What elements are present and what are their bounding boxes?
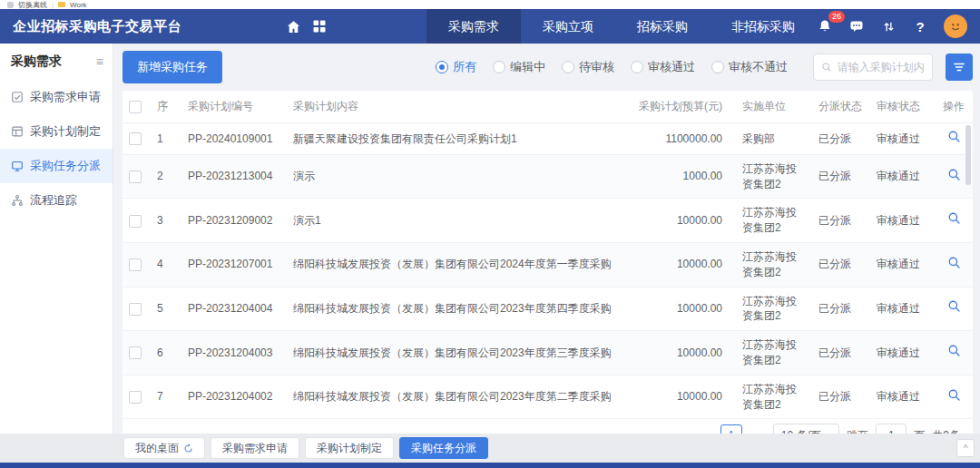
app-header: 企业招标采购电子交易平台 采购需求 采购立项 招标采购 非招标采购 26 (0, 9, 980, 44)
view-detail-icon[interactable] (947, 256, 961, 269)
col-header-code: 采购计划编号 (179, 91, 284, 123)
view-detail-icon[interactable] (947, 299, 961, 313)
user-avatar[interactable] (944, 15, 967, 38)
table-row[interactable]: 1 PP-20240109001 新疆天聚建设投资集团有限责任公司采购计划1 1… (122, 123, 973, 155)
nav-tab-bidding-procurement[interactable]: 招标采购 (615, 9, 710, 44)
plan-table: 序 采购计划编号 采购计划内容 采购计划预算(元) 实施单位 分派状态 审核状态… (122, 91, 973, 419)
notification-bell-icon[interactable]: 26 (817, 18, 833, 34)
table-row[interactable]: 5 PP-20231204004 绵阳科技城发展投资（发展）集团有限公司2023… (122, 287, 973, 331)
table-row[interactable]: 6 PP-20231204003 绵阳科技城发展投资（发展）集团有限公司2023… (122, 331, 973, 375)
cell-audit-status: 审核通过 (867, 375, 935, 419)
cell-index: 1 (148, 123, 179, 155)
bookmark-folder[interactable]: Work (70, 1, 87, 9)
cell-unit: 采购部 (733, 123, 809, 155)
table-row[interactable]: 7 PP-20231204002 绵阳科技城发展投资（发展）集团有限公司2023… (122, 375, 973, 419)
cell-dispatch-status: 已分派 (809, 287, 867, 331)
bottom-tab-task-dispatch[interactable]: 采购任务分派 (399, 437, 488, 459)
bottom-tab-my-desktop[interactable]: 我的桌面 (123, 437, 205, 459)
radio-icon (436, 61, 448, 73)
table-scrollbar[interactable] (965, 125, 971, 185)
bottom-edge-strip (0, 463, 980, 468)
jump-page-input[interactable] (876, 424, 906, 434)
add-task-button[interactable]: 新增采购任务 (122, 51, 222, 83)
table-row[interactable]: 3 PP-20231209002 演示1 10000.00 江苏苏海投资集团2 … (122, 199, 973, 243)
col-header-unit: 实施单位 (733, 91, 809, 123)
flow-icon (11, 194, 24, 207)
page-size-select[interactable]: 10 条/页 ▾ (773, 424, 840, 434)
message-icon[interactable] (848, 18, 865, 34)
cell-plan-content: 新疆天聚建设投资集团有限责任公司采购计划1 (284, 123, 626, 155)
sidebar-collapse-icon[interactable]: ≡ (96, 54, 103, 69)
pagination: ‹ 1 › 10 条/页 ▾ 跳至 页 共9条 (122, 419, 973, 434)
next-page-button[interactable]: › (750, 428, 766, 434)
cell-unit: 江苏苏海投资集团2 (733, 199, 809, 243)
main-nav: 采购需求 采购立项 招标采购 非招标采购 (426, 9, 817, 44)
cell-plan-content: 绵阳科技城发展投资（发展）集团有限公司2023年度第三季度采购 (284, 331, 626, 375)
help-icon[interactable]: ? (912, 18, 928, 34)
extension-icon[interactable] (7, 2, 14, 8)
row-checkbox[interactable] (129, 171, 142, 183)
view-detail-icon[interactable] (947, 130, 961, 143)
filter-lines-icon (953, 61, 965, 73)
cell-budget: 10000.00 (626, 287, 733, 331)
row-checkbox[interactable] (129, 258, 142, 271)
radio-icon (493, 61, 505, 73)
row-checkbox[interactable] (129, 391, 142, 404)
col-header-audit: 审核状态 (867, 91, 935, 123)
sidebar-item-plan-making[interactable]: 采购计划制定 (0, 114, 113, 149)
cell-dispatch-status: 已分派 (809, 242, 867, 287)
table-body: 1 PP-20240109001 新疆天聚建设投资集团有限责任公司采购计划1 1… (122, 123, 973, 419)
bookmark-item[interactable]: 切换离线 (18, 0, 47, 9)
advanced-search-button[interactable] (946, 54, 973, 81)
table-card: 序 采购计划编号 采购计划内容 采购计划预算(元) 实施单位 分派状态 审核状态… (122, 91, 973, 434)
filter-radio-editing[interactable]: 编辑中 (493, 59, 545, 75)
col-header-index: 序 (148, 91, 179, 123)
sort-arrows-icon[interactable] (880, 18, 897, 34)
sidebar-title: 采购需求 (11, 54, 62, 70)
bottom-tab-plan-making[interactable]: 采购计划制定 (305, 437, 394, 459)
select-all-checkbox[interactable] (129, 101, 142, 113)
view-detail-icon[interactable] (947, 344, 961, 357)
sidebar-item-demand-request[interactable]: 采购需求申请 (0, 80, 113, 114)
filter-radio-pending-audit[interactable]: 待审核 (562, 59, 614, 75)
current-page-button[interactable]: 1 (720, 424, 742, 434)
nav-tab-procurement-demand[interactable]: 采购需求 (426, 9, 521, 44)
apps-grid-icon[interactable] (312, 18, 327, 34)
sidebar: 采购需求 ≡ 采购需求申请 采购计划制定 采购任务分派 流 (0, 44, 113, 434)
cell-plan-code: PP-20231204004 (179, 287, 284, 331)
filter-radio-all[interactable]: 所有 (436, 59, 476, 75)
sidebar-item-process-trace[interactable]: 流程追踪 (0, 183, 113, 218)
cell-plan-code: PP-20231213004 (179, 154, 284, 199)
home-icon[interactable] (286, 18, 301, 34)
cell-plan-code: PP-20231204003 (179, 331, 284, 375)
sidebar-item-task-dispatch[interactable]: 采购任务分派 (0, 149, 113, 183)
nav-tab-non-bidding-procurement[interactable]: 非招标采购 (710, 9, 817, 44)
cell-plan-content: 绵阳科技城发展投资（发展）集团有限公司2023年度第四季度采购 (284, 287, 626, 331)
filter-radio-approved[interactable]: 审核通过 (631, 59, 695, 75)
cell-plan-content: 绵阳科技城发展投资（发展）集团有限公司2024年度第一季度采购 (284, 242, 626, 287)
cell-index: 2 (148, 154, 179, 199)
cell-dispatch-status: 已分派 (809, 154, 867, 199)
prev-page-button[interactable]: ‹ (697, 428, 713, 434)
col-header-action: 操作 (935, 91, 973, 123)
filter-radio-rejected[interactable]: 审核不通过 (711, 59, 788, 75)
cell-unit: 江苏苏海投资集团2 (733, 375, 809, 419)
row-checkbox[interactable] (129, 215, 142, 228)
row-checkbox[interactable] (129, 132, 142, 145)
sidebar-item-label: 采购计划制定 (30, 123, 101, 140)
row-checkbox[interactable] (129, 346, 142, 359)
refresh-icon[interactable] (183, 444, 193, 453)
nav-tab-procurement-initiation[interactable]: 采购立项 (521, 9, 615, 44)
bookmark-separator: | (52, 1, 54, 9)
bottom-tab-demand-request[interactable]: 采购需求申请 (211, 437, 299, 459)
view-detail-icon[interactable] (947, 388, 961, 402)
table-row[interactable]: 4 PP-20231207001 绵阳科技城发展投资（发展）集团有限公司2024… (122, 242, 973, 287)
table-row[interactable]: 2 PP-20231213004 演示 1000.00 江苏苏海投资集团2 已分… (122, 154, 973, 199)
collapse-corner-button[interactable]: ^ (956, 439, 975, 457)
search-input[interactable] (838, 61, 925, 73)
row-checkbox[interactable] (129, 303, 142, 316)
view-detail-icon[interactable] (947, 211, 961, 225)
view-detail-icon[interactable] (947, 168, 961, 181)
cell-unit: 江苏苏海投资集团2 (733, 287, 809, 331)
jump-label: 跳至 (847, 428, 868, 434)
